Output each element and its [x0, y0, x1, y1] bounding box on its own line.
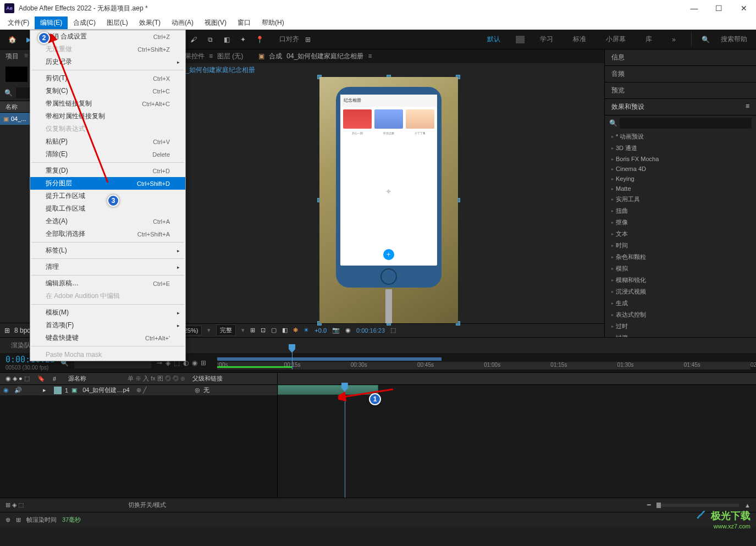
col-name[interactable]: 名称: [5, 103, 18, 111]
effects-category[interactable]: * 动画预设: [605, 131, 756, 142]
effects-category[interactable]: Boris FX Mocha: [605, 154, 756, 164]
preview-panel-tab[interactable]: 预览: [605, 82, 756, 99]
bpc-toggle[interactable]: 8 bpc: [14, 327, 30, 334]
effects-category[interactable]: 沉浸式视频: [605, 286, 756, 297]
effects-list[interactable]: * 动画预设3D 通道Boris FX MochaCinema 4DKeying…: [605, 131, 756, 337]
close-button[interactable]: ✕: [731, 0, 756, 16]
comp-name[interactable]: 04_如何创建家庭纪念相册: [286, 52, 363, 61]
col-parent[interactable]: 父级和链接: [192, 374, 223, 383]
roto-tool[interactable]: ✦: [235, 32, 251, 47]
effects-category[interactable]: 生成: [605, 297, 756, 309]
effects-category[interactable]: Keying: [605, 174, 756, 184]
effects-presets-tab[interactable]: 效果和预设: [611, 102, 644, 112]
snap-icon[interactable]: ⊞: [300, 32, 316, 47]
workspace-library[interactable]: 库: [641, 32, 656, 46]
menu-help[interactable]: 帮助(H): [256, 16, 290, 29]
menu-edit[interactable]: 编辑(E): [35, 16, 68, 29]
effects-category[interactable]: 过渡: [605, 332, 756, 337]
toggle-switches-label[interactable]: 切换开关/模式: [128, 501, 166, 509]
layer-color[interactable]: [54, 387, 62, 394]
interpret-icon[interactable]: ⊞: [4, 327, 10, 334]
speaker-icon[interactable]: 🔊: [14, 387, 22, 394]
video-frame[interactable]: 纪念相册 开心一刻 毕业之旅 小丁丁集 ✦ +: [319, 77, 458, 323]
brush-tool[interactable]: 🖌: [186, 32, 201, 47]
menu-effect[interactable]: 效果(T): [134, 16, 166, 29]
col-source-name[interactable]: 源名称: [68, 374, 123, 383]
mask-icon[interactable]: ▢: [271, 327, 277, 334]
guides-icon[interactable]: ⊡: [261, 327, 266, 334]
puppet-tool[interactable]: 📍: [252, 32, 267, 47]
home-tool[interactable]: 🏠: [4, 32, 20, 47]
workspace-small[interactable]: 小屏幕: [602, 32, 630, 46]
menu-window[interactable]: 窗口: [232, 16, 256, 29]
graph-editor-icon[interactable]: ⊞: [201, 359, 206, 367]
motion-blur-icon[interactable]: ◉: [192, 359, 197, 367]
parent-select[interactable]: 无: [203, 386, 236, 394]
menu-item[interactable]: 模板(M)▸: [30, 306, 185, 319]
effects-search-input[interactable]: [620, 118, 752, 129]
menu-file[interactable]: 文件(F): [2, 16, 35, 29]
effects-category[interactable]: 过时: [605, 321, 756, 332]
menu-item[interactable]: 编辑原稿…Ctrl+E: [30, 277, 185, 290]
channel-icon[interactable]: ❋: [293, 327, 298, 334]
effects-category[interactable]: 扭曲: [605, 205, 756, 217]
workspace-learn[interactable]: 学习: [536, 32, 558, 46]
effects-category[interactable]: 时间: [605, 240, 756, 251]
workspace-default[interactable]: 默认: [483, 32, 505, 46]
menu-item[interactable]: 首选项(F)▸: [30, 319, 185, 332]
menu-item[interactable]: 全部取消选择Ctrl+Shift+A: [30, 228, 185, 240]
comp-breadcrumb[interactable]: 04_如何创建家庭纪念相册: [178, 65, 255, 75]
disk-cache-icon[interactable]: ⊕: [5, 516, 10, 523]
effects-category[interactable]: 模糊和锐化: [605, 274, 756, 286]
effects-category[interactable]: 杂色和颗粒: [605, 251, 756, 263]
eraser-tool[interactable]: ◧: [219, 32, 234, 47]
menu-item[interactable]: 全选(A)Ctrl+A: [30, 215, 185, 228]
3d-icon[interactable]: ⬚: [390, 327, 396, 334]
layer-name[interactable]: 04_如何创建…p4: [82, 386, 133, 394]
menu-view[interactable]: 视图(V): [199, 16, 232, 29]
toggle-switches-icon[interactable]: ⊞ ◈ ⬚: [5, 501, 24, 509]
project-tab[interactable]: 项目: [5, 52, 19, 61]
effects-category[interactable]: Matte: [605, 184, 756, 194]
eye-icon[interactable]: ◉: [3, 387, 11, 394]
effects-category[interactable]: 表达式控制: [605, 309, 756, 321]
resolution-select[interactable]: 完整: [216, 324, 236, 336]
preview-icon[interactable]: ◉: [345, 327, 351, 334]
playhead-line[interactable]: [345, 385, 345, 498]
parent-pickwhip-icon[interactable]: ◎: [195, 387, 200, 394]
effects-category[interactable]: 实用工具: [605, 194, 756, 205]
menu-animation[interactable]: 动画(A): [166, 16, 199, 29]
grid-icon[interactable]: ⊞: [250, 327, 255, 334]
menu-item[interactable]: 清理▸: [30, 261, 185, 273]
menu-item[interactable]: 键盘快捷键Ctrl+Alt+': [30, 332, 185, 344]
layer-tab[interactable]: 图层 (无): [217, 52, 243, 61]
exposure-icon[interactable]: ☀: [303, 327, 309, 334]
maximize-button[interactable]: ☐: [707, 0, 731, 16]
snap-toggle[interactable]: 口对齐: [279, 35, 299, 44]
render-icon[interactable]: ⊞: [16, 516, 21, 523]
effects-category[interactable]: 抠像: [605, 217, 756, 228]
search-help[interactable]: 🔍 搜索帮助: [691, 32, 752, 46]
minimize-button[interactable]: —: [682, 0, 707, 16]
composition-canvas[interactable]: 纪念相册 开心一刻 毕业之旅 小丁丁集 ✦ +: [173, 77, 604, 323]
menu-layer[interactable]: 图层(L): [101, 16, 134, 29]
exposure-value[interactable]: +0.0: [314, 327, 327, 334]
snapshot-icon[interactable]: 📷: [332, 327, 340, 334]
menu-item[interactable]: 标签(L)▸: [30, 244, 185, 257]
layer-row[interactable]: ◉ 🔊 ▸ 1 ▣ 04_如何创建…p4 ⊕ ╱ ◎ 无: [0, 385, 277, 396]
effects-category[interactable]: 3D 通道: [605, 142, 756, 154]
effects-category[interactable]: 模拟: [605, 263, 756, 274]
workspace-more[interactable]: »: [667, 34, 680, 46]
effects-category[interactable]: Cinema 4D: [605, 164, 756, 174]
zoom-out-icon[interactable]: ━: [647, 501, 651, 509]
effects-category[interactable]: 文本: [605, 228, 756, 240]
menu-composition[interactable]: 合成(C): [68, 16, 101, 29]
audio-panel-tab[interactable]: 音频: [605, 66, 756, 82]
clone-tool[interactable]: ⧉: [202, 32, 218, 47]
menu-item[interactable]: 提取工作区域: [30, 202, 185, 215]
workspace-standard[interactable]: 标准: [569, 32, 591, 46]
info-panel-tab[interactable]: 信息: [605, 49, 756, 66]
region-icon[interactable]: ◧: [282, 327, 288, 334]
footer-timecode[interactable]: 0:00:16:23: [356, 327, 385, 334]
playhead[interactable]: [292, 346, 293, 369]
